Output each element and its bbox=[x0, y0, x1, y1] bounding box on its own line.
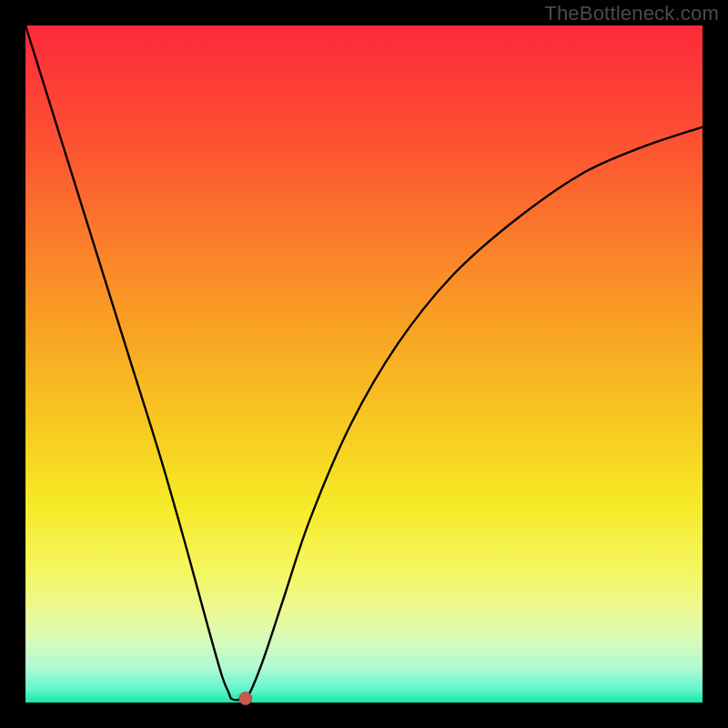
bottleneck-curve bbox=[25, 25, 703, 700]
plot-area bbox=[25, 25, 703, 703]
watermark-text: TheBottleneck.com bbox=[544, 2, 719, 25]
optimum-marker bbox=[239, 693, 252, 705]
curve-svg bbox=[25, 25, 703, 703]
chart-frame: TheBottleneck.com bbox=[0, 0, 728, 728]
